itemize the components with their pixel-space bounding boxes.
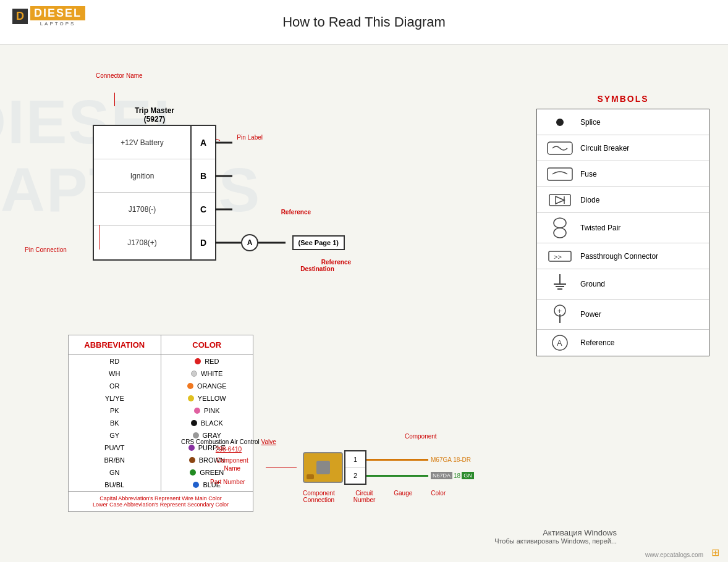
symbol-row-twisted-pair: Twisted Pair	[537, 213, 709, 243]
wire-row-1: M67GA 18-DR	[366, 451, 474, 468]
reference-circle: A	[241, 234, 258, 251]
part-number-annotation: Part Number	[210, 478, 245, 486]
color-item-wh: WHITE	[161, 367, 253, 380]
abbrev-wh: WH	[69, 367, 161, 380]
svg-point-0	[556, 119, 564, 126]
connector-section: Connector Name Trip Master (5927) Pin La…	[93, 106, 216, 261]
component-top-annotation: Component	[405, 433, 437, 440]
color-dot-or	[187, 383, 193, 389]
annotation-circuit: Circuit Number	[353, 490, 376, 503]
header: D DIESEL LAPTOPS How to Read This Diagra…	[0, 0, 728, 44]
ref-dest-annotation: Reference Destination	[300, 252, 351, 279]
logo-d-letter: D	[12, 9, 28, 24]
abbrev-or: OR	[69, 380, 161, 392]
color-dot-br/bn	[189, 457, 195, 463]
color-label-pk: PINK	[204, 407, 220, 414]
windows-icon: ⊞	[711, 547, 719, 558]
connector-name-arrow	[114, 93, 115, 106]
color-item-yl/ye: YELLOW	[161, 392, 253, 405]
wire-row-2: N67DA 18 GN	[366, 468, 474, 484]
bottom-url: www.epcatalogs.com	[645, 552, 703, 558]
part-number: 298-6410	[179, 446, 278, 453]
symbol-row-diode: Diode	[537, 187, 709, 213]
color-label-yl/ye: YELLOW	[198, 395, 226, 402]
symbol-label-diode: Diode	[580, 196, 599, 204]
page-title: How to Read This Diagram	[282, 14, 446, 30]
reference-annotation: Reference	[281, 209, 311, 216]
color-item-pk: PINK	[161, 405, 253, 417]
color-dot-rd	[195, 358, 201, 364]
color-dot-bk	[191, 420, 197, 426]
abbrev-bubl: BU/BL	[69, 479, 161, 491]
symbols-title: SYMBOLS	[536, 94, 709, 104]
circuit-breaker-icon	[544, 140, 575, 157]
ground-icon	[544, 273, 575, 295]
component-pin-box: 1 2	[344, 450, 366, 485]
component-name-arrow	[266, 468, 297, 468]
pin-a: A	[192, 126, 215, 159]
svg-rect-3	[549, 195, 570, 206]
abbrev-col1-header: ABBREVIATION	[69, 335, 161, 354]
diode-icon	[544, 192, 575, 208]
connector-left-col: +12V Battery Ignition J1708(-) J1708(+)	[94, 126, 192, 259]
pin-row-d-label: J1708(+)	[94, 226, 190, 259]
component-name: CRS Combustion Air Control Valve	[179, 438, 278, 446]
symbol-label-ground: Ground	[580, 280, 605, 288]
pin-d: D A (See Page 1) Reference	[192, 226, 215, 259]
wire-line-orange	[366, 459, 428, 461]
abbrev-ylye: YL/YE	[69, 392, 161, 405]
connector-box: +12V Battery Ignition J1708(-) J1708(+) …	[93, 125, 216, 261]
symbol-row-reference: A Reference	[537, 330, 709, 356]
abbrev-header: ABBREVIATION COLOR	[69, 335, 253, 355]
pin-row-a-label: +12V Battery	[94, 126, 190, 159]
color-dot-wh	[191, 371, 197, 377]
abbrev-rd: RD	[69, 355, 161, 367]
annotation-color: Color	[431, 490, 446, 503]
color-dot-pk	[194, 408, 200, 414]
color-label-bk: BLACK	[201, 419, 223, 427]
main-content: DIESEL LAPTOPS Connector Name Trip Maste…	[0, 44, 728, 562]
color-dot-yl/ye	[188, 395, 194, 401]
color-item-or: ORANGE	[161, 380, 253, 392]
svg-point-7	[554, 228, 566, 238]
see-page-box: (See Page 1)	[292, 235, 345, 250]
symbol-label-power: Power	[580, 310, 601, 319]
abbrev-puvt: PU/VT	[69, 442, 161, 454]
abbrev-gn: GN	[69, 466, 161, 479]
connector-name-annotation: Connector Name	[96, 72, 143, 80]
wa-sub: Чтобы активировать Windows, перей...	[494, 537, 617, 545]
pin-c: C	[192, 193, 215, 226]
svg-text:>>: >>	[554, 253, 562, 261]
color-label-wh: WHITE	[201, 370, 222, 377]
color-dot-bu/bl	[193, 482, 199, 488]
component-section: Component Component Name CRS Combustion …	[303, 444, 474, 503]
power-icon: +	[544, 303, 575, 325]
component-name-box: CRS Combustion Air Control Valve 298-641…	[179, 438, 278, 453]
abbrev-brbn: BR/BN	[69, 454, 161, 466]
abbrev-abbr-col: RD WH OR YL/YE PK BK GY PU/VT BR/BN GN B…	[69, 355, 161, 491]
reference-sym-icon: A	[544, 333, 575, 352]
color-label-or: ORANGE	[197, 382, 227, 390]
abbrev-gy: GY	[69, 429, 161, 442]
component-wires: M67GA 18-DR N67DA 18 GN	[366, 451, 474, 484]
symbol-row-passthrough: >> Passthrough Connector	[537, 243, 709, 269]
fuse-icon	[544, 166, 575, 183]
symbol-label-circuit-breaker: Circuit Breaker	[580, 144, 629, 153]
symbols-section: SYMBOLS Splice Circuit Breaker	[536, 94, 709, 356]
pin-connection-annotation: Pin Connection	[25, 246, 67, 253]
component-main-row: 1 2 M67GA 18-DR N67DA 18	[303, 450, 474, 485]
pin-label-annotation: Pin Label	[237, 134, 263, 141]
pin-row-c-label: J1708(-)	[94, 193, 190, 226]
wire2-gauge: 18	[454, 472, 460, 479]
pin-b: B	[192, 159, 215, 193]
svg-text:+: +	[557, 307, 562, 316]
color-dot-gn	[190, 469, 196, 476]
symbol-row-splice: Splice	[537, 109, 709, 135]
component-annotations: Component Connection Circuit Number Gaug…	[303, 490, 474, 503]
symbol-row-ground: Ground	[537, 269, 709, 300]
svg-rect-2	[548, 168, 572, 180]
abbrev-footer-line2: Lower Case Abbreviation's Represent Seco…	[74, 501, 248, 508]
component-pin-2: 2	[345, 468, 365, 484]
color-label-rd: RED	[205, 358, 219, 365]
splice-icon	[544, 115, 575, 130]
